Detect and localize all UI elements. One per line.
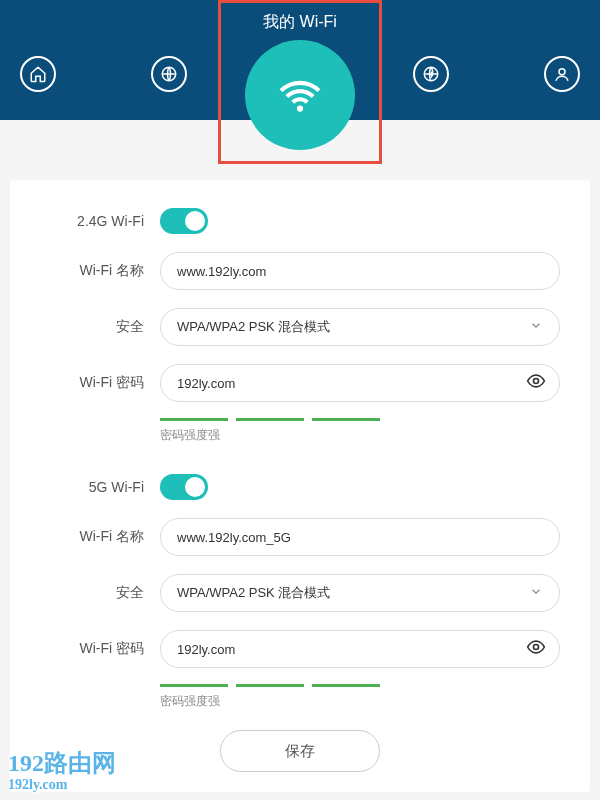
svg-point-2 bbox=[559, 69, 565, 75]
wifi-5g-strength-bars bbox=[160, 684, 560, 687]
wifi-24g-security-value: WPA/WPA2 PSK 混合模式 bbox=[177, 318, 330, 336]
nav-user-icon[interactable] bbox=[544, 56, 580, 92]
wifi-5g-toggle[interactable] bbox=[160, 474, 208, 500]
wifi-hero-icon bbox=[245, 40, 355, 150]
wifi-5g-security-value: WPA/WPA2 PSK 混合模式 bbox=[177, 584, 330, 602]
nav-globe-bolt-icon[interactable] bbox=[413, 56, 449, 92]
svg-point-3 bbox=[534, 379, 539, 384]
wifi-24g-password-input[interactable] bbox=[160, 364, 560, 402]
wifi-5g-name-input[interactable] bbox=[160, 518, 560, 556]
wifi-5g-password-input[interactable] bbox=[160, 630, 560, 668]
wifi-5g-strength-label: 密码强度强 bbox=[160, 693, 560, 710]
watermark-line2: 192ly.com bbox=[8, 777, 116, 792]
nav-globe-icon[interactable] bbox=[151, 56, 187, 92]
wifi-5g-security-label: 安全 bbox=[40, 584, 160, 602]
chevron-down-icon bbox=[529, 585, 543, 602]
eye-icon[interactable] bbox=[526, 637, 546, 661]
wifi-24g-toggle[interactable] bbox=[160, 208, 208, 234]
wifi-24g-security-label: 安全 bbox=[40, 318, 160, 336]
wifi-24g-toggle-label: 2.4G Wi-Fi bbox=[40, 213, 160, 229]
wifi-24g-password-label: Wi-Fi 密码 bbox=[40, 374, 160, 392]
wifi-24g-name-label: Wi-Fi 名称 bbox=[40, 262, 160, 280]
chevron-down-icon bbox=[529, 319, 543, 336]
watermark-line1: 192路由网 bbox=[8, 750, 116, 776]
wifi-24g-strength-bars bbox=[160, 418, 560, 421]
page-title: 我的 Wi-Fi bbox=[0, 0, 600, 33]
svg-point-4 bbox=[534, 645, 539, 650]
wifi-5g-name-label: Wi-Fi 名称 bbox=[40, 528, 160, 546]
wifi-5g-password-label: Wi-Fi 密码 bbox=[40, 640, 160, 658]
wifi-5g-toggle-label: 5G Wi-Fi bbox=[40, 479, 160, 495]
wifi-24g-name-input[interactable] bbox=[160, 252, 560, 290]
nav-home-icon[interactable] bbox=[20, 56, 56, 92]
wifi-5g-security-select[interactable]: WPA/WPA2 PSK 混合模式 bbox=[160, 574, 560, 612]
wifi-24g-strength-label: 密码强度强 bbox=[160, 427, 560, 444]
wifi-24g-security-select[interactable]: WPA/WPA2 PSK 混合模式 bbox=[160, 308, 560, 346]
watermark: 192路由网 192ly.com bbox=[8, 750, 116, 792]
eye-icon[interactable] bbox=[526, 371, 546, 395]
save-button[interactable]: 保存 bbox=[220, 730, 380, 772]
wifi-settings-card: 2.4G Wi-Fi Wi-Fi 名称 安全 WPA/WPA2 PSK 混合模式… bbox=[10, 180, 590, 792]
